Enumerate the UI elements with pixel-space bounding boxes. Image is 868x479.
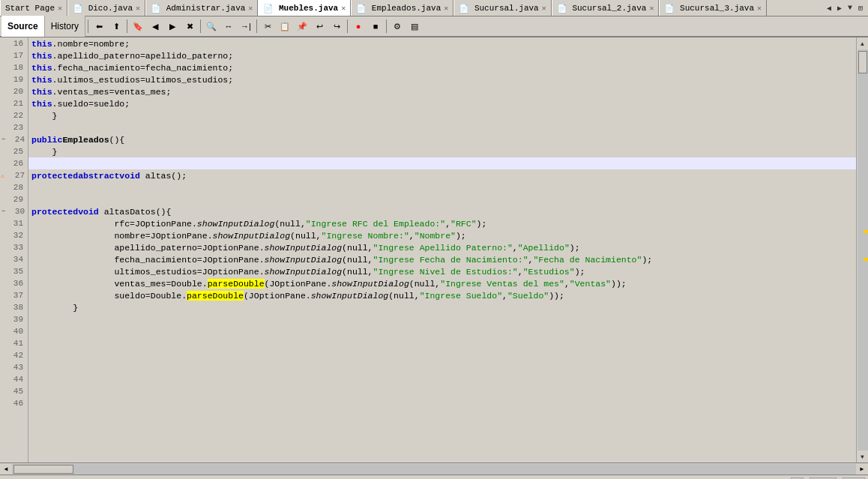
warning-icon-27: ⚠ xyxy=(1,172,4,179)
code-line-46 xyxy=(28,397,856,409)
tab-sucursal[interactable]: 📄 Sucursal.java ✕ xyxy=(453,0,551,16)
tab-administrar[interactable]: 📄 Administrar.java ✕ xyxy=(145,0,258,16)
scroll-down-btn[interactable]: ▼ xyxy=(857,451,869,463)
source-tab-btn[interactable]: Source xyxy=(1,16,45,37)
search-btn[interactable]: 🔍 xyxy=(203,18,220,34)
code-line-21: this.sueldo=sueldo; xyxy=(28,97,856,109)
code-line-30: protected void altasDatos(){ xyxy=(28,205,856,217)
linenum-18: 18 xyxy=(0,61,28,73)
code-line-22: } xyxy=(28,109,856,121)
tab-close-administrar[interactable]: ✕ xyxy=(248,4,253,13)
tab-next-btn[interactable]: ▶ xyxy=(835,3,844,13)
macro-btn[interactable]: ▤ xyxy=(406,18,423,34)
hscroll-track[interactable] xyxy=(12,464,856,475)
history-tab-btn[interactable]: History xyxy=(45,16,85,37)
linenum-40: 40 xyxy=(0,325,28,337)
hscroll-thumb[interactable] xyxy=(13,465,73,474)
editor-container: 16 17 18 19 20 21 22 23 − 24 25 26 ⚠ 27 … xyxy=(0,37,868,463)
linenum-33: 33 xyxy=(0,241,28,253)
stop-btn[interactable]: ■ xyxy=(367,18,384,34)
fold-icon-24[interactable]: − xyxy=(1,136,5,143)
back-btn[interactable]: ⬅ xyxy=(91,18,107,34)
linenum-43: 43 xyxy=(0,361,28,373)
code-line-38: } xyxy=(28,301,856,313)
linenum-35: 35 xyxy=(0,265,28,277)
fold-icon-30[interactable]: − xyxy=(1,208,5,215)
replace-btn[interactable]: ↔ xyxy=(220,18,237,34)
linenum-30: − 30 xyxy=(0,205,28,217)
scroll-up-btn[interactable]: ▲ xyxy=(857,37,869,49)
cut-btn[interactable]: ✂ xyxy=(259,18,276,34)
toggle-bookmark-btn[interactable]: 🔖 xyxy=(130,18,146,34)
code-editor[interactable]: this.nombre=nombre; this.apellido_patern… xyxy=(28,37,856,463)
linenum-27: ⚠ 27 xyxy=(0,169,28,181)
tab-close-sucursal[interactable]: ✕ xyxy=(542,4,546,13)
sep1 xyxy=(88,19,88,33)
code-line-32: nombre=JOptionPane.showInputDialog(null,… xyxy=(28,229,856,241)
tab-prev-btn[interactable]: ◀ xyxy=(825,3,834,13)
linenum-38: 38 xyxy=(0,301,28,313)
undo-btn[interactable]: ↩ xyxy=(311,18,328,34)
tools-btn[interactable]: ⚙ xyxy=(389,18,406,34)
clear-bookmarks-btn[interactable]: ✖ xyxy=(181,18,198,34)
code-line-20: this.ventas_mes=ventas_mes; xyxy=(28,85,856,97)
tab-dico[interactable]: 📄 Dico.java ✕ xyxy=(67,0,145,16)
tab-close-empleados[interactable]: ✕ xyxy=(444,4,448,13)
run-btn[interactable]: ● xyxy=(350,18,367,34)
linenum-20: 20 xyxy=(0,85,28,97)
linenum-16: 16 xyxy=(0,37,28,49)
code-line-23 xyxy=(28,121,856,133)
scroll-marker-1 xyxy=(864,230,868,233)
tab-grid-btn[interactable]: ⊞ xyxy=(856,3,865,13)
code-line-16: this.nombre=nombre; xyxy=(28,37,856,49)
redo-btn[interactable]: ↪ xyxy=(328,18,345,34)
tab-empleados[interactable]: 📄 Empleados.java ✕ xyxy=(351,0,453,16)
line-numbers: 16 17 18 19 20 21 22 23 − 24 25 26 ⚠ 27 … xyxy=(0,37,28,463)
tab-navigation: ◀ ▶ ▼ ⊞ xyxy=(822,0,868,16)
tab-close-sucursal2[interactable]: ✕ xyxy=(649,4,654,13)
tab-close-sucursal3[interactable]: ✕ xyxy=(757,4,762,13)
next-bookmark-btn[interactable]: ▶ xyxy=(164,18,181,34)
source-history-toggle: Source History xyxy=(1,16,85,37)
sep2 xyxy=(127,19,127,33)
code-line-34: fecha_nacimiento=JOptionPane.showInputDi… xyxy=(28,253,856,265)
code-line-41 xyxy=(28,337,856,349)
tab-close-dico[interactable]: ✕ xyxy=(136,4,140,13)
code-line-18: this.fecha_nacimiento=fecha_nacimiento; xyxy=(28,61,856,73)
linenum-41: 41 xyxy=(0,337,28,349)
linenum-24: − 24 xyxy=(0,133,28,145)
linenum-26: 26 xyxy=(0,157,28,169)
fwd-btn[interactable]: ⬆ xyxy=(108,18,124,34)
linenum-36: 36 xyxy=(0,277,28,289)
paste-btn[interactable]: 📌 xyxy=(294,18,310,34)
hscroll-left-btn[interactable]: ◀ xyxy=(0,463,12,475)
code-line-40 xyxy=(28,325,856,337)
scroll-track[interactable] xyxy=(858,49,868,451)
hscroll-right-btn[interactable]: ▶ xyxy=(856,463,868,475)
tab-muebles[interactable]: 📄 Muebles.java ✕ xyxy=(258,0,351,16)
tab-sucursal3[interactable]: 📄 Sucursal_3.java ✕ xyxy=(659,0,767,16)
code-line-25: } xyxy=(28,145,856,157)
tab-close-start[interactable]: ✕ xyxy=(58,4,62,13)
linenum-22: 22 xyxy=(0,109,28,121)
copy-btn[interactable]: 📋 xyxy=(277,18,293,34)
tab-close-muebles[interactable]: ✕ xyxy=(341,4,346,13)
code-line-37: sueldo=Double.parseDouble(JOptionPane.sh… xyxy=(28,289,856,301)
linenum-45: 45 xyxy=(0,385,28,397)
goto-btn[interactable]: →| xyxy=(238,18,254,34)
code-line-31: rfc=JOptionPane.showInputDialog(null,"In… xyxy=(28,217,856,229)
tab-menu-btn[interactable]: ▼ xyxy=(846,3,855,13)
code-line-43 xyxy=(28,361,856,373)
code-line-44 xyxy=(28,373,856,385)
tab-start-page[interactable]: Start Page ✕ xyxy=(0,0,67,16)
prev-bookmark-btn[interactable]: ◀ xyxy=(147,18,163,34)
scroll-thumb[interactable] xyxy=(858,51,867,73)
code-line-27: protected abstract void altas(); xyxy=(28,169,856,181)
code-line-35: ultimos_estudios=JOptionPane.showInputDi… xyxy=(28,265,856,277)
linenum-28: 28 xyxy=(0,181,28,193)
status-bar: 1 26:9 INS xyxy=(0,475,868,479)
code-line-19: this.ultimos_estudios=ultimos_estudios; xyxy=(28,73,856,85)
tab-sucursal2[interactable]: 📄 Sucursal_2.java ✕ xyxy=(552,0,660,16)
linenum-46: 46 xyxy=(0,397,28,409)
code-lines: this.nombre=nombre; this.apellido_patern… xyxy=(28,37,856,409)
